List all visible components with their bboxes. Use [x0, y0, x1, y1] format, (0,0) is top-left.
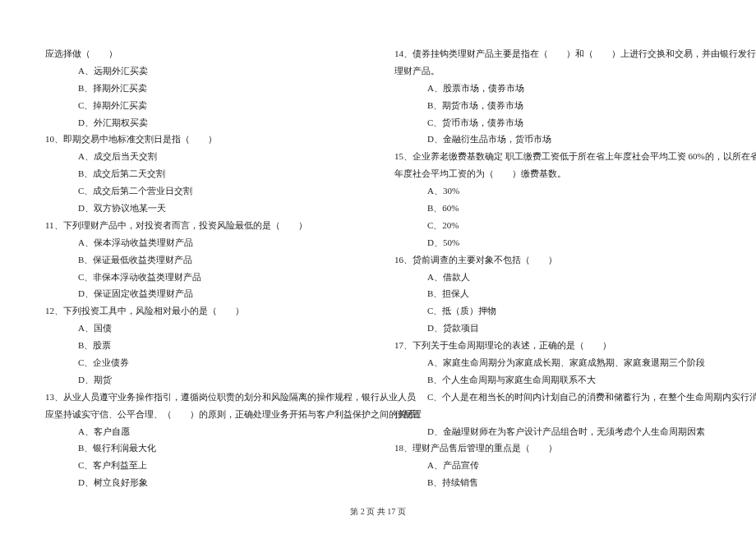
q15-opt-b: B、60% — [394, 200, 711, 217]
q16-opt-d: D、贷款项目 — [394, 320, 711, 337]
q18-opt-b: B、持续销售 — [394, 474, 711, 491]
q9-opt-a: A、远期外汇买卖 — [45, 62, 362, 80]
q15-opt-c: C、20% — [394, 217, 711, 234]
q14-opt-a: A、股票市场，债券市场 — [394, 80, 711, 97]
q13-opt-c: C、客户利益至上 — [45, 457, 362, 474]
q11-opt-d: D、保证固定收益类理财产品 — [45, 285, 362, 302]
q13-opt-d: D、树立良好形象 — [45, 474, 362, 491]
q11-opt-b: B、保证最低收益类理财产品 — [45, 251, 362, 269]
q11-opt-a: A、保本浮动收益类理财产品 — [45, 234, 362, 251]
q13-line1: 13、从业人员遵守业务操作指引，遵循岗位职责的划分和风险隔离的操作规程，银行从业… — [45, 389, 362, 406]
q9-opt-d: D、外汇期权买卖 — [45, 114, 362, 131]
q18: 18、理财产品售后管理的重点是（ ） — [394, 440, 711, 457]
page-columns: 应选择做（ ） A、远期外汇买卖 B、择期外汇买卖 C、掉期外汇买卖 D、外汇期… — [45, 45, 711, 493]
q11-opt-c: C、非保本浮动收益类理财产品 — [45, 269, 362, 286]
q17-opt-b: B、个人生命周期与家庭生命周期联系不大 — [394, 371, 711, 389]
q18-opt-a: A、产品宣传 — [394, 457, 711, 474]
right-column: 14、债券挂钩类理财产品主要是指在（ ）和（ ）上进行交换和交易，并由银行发行的… — [394, 45, 711, 493]
q14-opt-d: D、金融衍生品市场，货币市场 — [394, 131, 711, 148]
q15-opt-a: A、30% — [394, 182, 711, 200]
q10: 10、即期交易中地标准交割日是指（ ） — [45, 131, 362, 148]
q13-opt-a: A、客户自愿 — [45, 423, 362, 440]
q10-opt-c: C、成交后第二个营业日交割 — [45, 182, 362, 200]
q-cont: 应选择做（ ） — [45, 45, 362, 62]
q9-opt-c: C、掉期外汇买卖 — [45, 97, 362, 114]
q16-opt-c: C、抵（质）押物 — [394, 302, 711, 320]
q15-opt-d: D、50% — [394, 234, 711, 251]
q14-line1: 14、债券挂钩类理财产品主要是指在（ ）和（ ）上进行交换和交易，并由银行发行的 — [394, 45, 711, 62]
q14-opt-b: B、期货市场，债券市场 — [394, 97, 711, 114]
q17-opt-c-line1: C、个人是在相当长的时间内计划自己的消费和储蓄行为，在整个生命周期内实行消费的最 — [394, 389, 711, 406]
q12-opt-d: D、期货 — [45, 371, 362, 389]
left-column: 应选择做（ ） A、远期外汇买卖 B、择期外汇买卖 C、掉期外汇买卖 D、外汇期… — [45, 45, 362, 493]
page-footer: 第 2 页 共 17 页 — [0, 504, 756, 519]
q15-line2: 年度社会平均工资的为（ ）缴费基数。 — [394, 165, 711, 182]
q14-opt-c: C、货币市场，债券市场 — [394, 114, 711, 131]
q17-opt-a: A、家庭生命周期分为家庭成长期、家庭成熟期、家庭衰退期三个阶段 — [394, 354, 711, 371]
q12-opt-c: C、企业债券 — [45, 354, 362, 371]
q17-opt-d: D、金融理财师在为客户设计产品组合时，无须考虑个人生命周期因素 — [394, 423, 711, 440]
q10-opt-b: B、成交后第二天交割 — [45, 165, 362, 182]
q15-line1: 15、企业养老缴费基数确定 职工缴费工资低于所在省上年度社会平均工资 60%的，… — [394, 148, 711, 165]
q16-opt-a: A、借款人 — [394, 269, 711, 286]
q13-opt-b: B、银行利润最大化 — [45, 440, 362, 457]
q11: 11、下列理财产品中，对投资者而言，投资风险最低的是（ ） — [45, 217, 362, 234]
q17-opt-c-line2: 佳配置 — [394, 406, 711, 423]
q10-opt-a: A、成交后当天交割 — [45, 148, 362, 165]
q10-opt-d: D、双方协议地某一天 — [45, 200, 362, 217]
q16-opt-b: B、担保人 — [394, 285, 711, 302]
q12-opt-b: B、股票 — [45, 337, 362, 354]
q17: 17、下列关于生命周期理论的表述，正确的是（ ） — [394, 337, 711, 354]
q16: 16、贷前调查的主要对象不包括（ ） — [394, 251, 711, 269]
q13-line2: 应坚持诚实守信、公平合理、（ ）的原则，正确处理业务开拓与客户利益保护之间的关系… — [45, 406, 362, 423]
q12-opt-a: A、国债 — [45, 320, 362, 337]
q14-line2: 理财产品。 — [394, 62, 711, 80]
q12: 12、下列投资工具中，风险相对最小的是（ ） — [45, 302, 362, 320]
q9-opt-b: B、择期外汇买卖 — [45, 80, 362, 97]
